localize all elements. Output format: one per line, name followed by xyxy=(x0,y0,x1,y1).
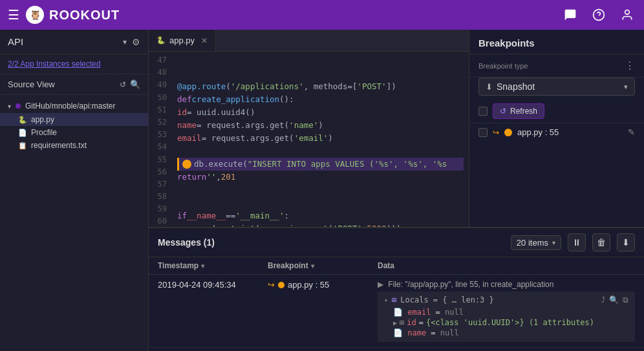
code-body: 47 48 49 50 51 52 53 54 55 56 57 58 59 6… xyxy=(149,52,469,227)
bp-snapshot-chevron-icon: ▾ xyxy=(624,83,628,91)
sidebar-instances-link[interactable]: 2/2 App Instances selected xyxy=(0,54,148,74)
locals-search-icon[interactable]: 🔍 xyxy=(609,295,619,304)
code-line: email = request.args.get('email') xyxy=(177,132,464,145)
bp-panel-title: Breakpoints xyxy=(469,30,644,54)
messages-pause-button[interactable]: ⏸ xyxy=(568,233,586,251)
col-header-breakpoint[interactable]: Breakpoint ▾ xyxy=(268,261,371,270)
chat-icon[interactable] xyxy=(561,6,579,24)
code-line xyxy=(177,145,464,158)
code-line: name = request.args.get('name') xyxy=(177,119,464,132)
bp-snapshot-select[interactable]: ⬇ Snapshot ▾ xyxy=(478,78,635,96)
locals-header: ▾ ⊞ Locals = { … len:3 } ⤴ 🔍 ⧉ xyxy=(384,295,628,304)
file-tree-root: ▾ GitHub/mnoble/api:master xyxy=(0,99,148,113)
logo: 🦉 ROOKOUT xyxy=(26,6,120,24)
bp-item-row: ↪ app.py : 55 ✎ xyxy=(469,123,644,141)
msg-data: ▶ File: "/app/app.py", line 55, in creat… xyxy=(378,280,635,342)
sort-icon: ▾ xyxy=(311,262,314,270)
bp-item-label: app.py : 55 xyxy=(517,127,623,137)
locals-expand-icon[interactable]: ▾ xyxy=(384,297,388,304)
msg-breakpoint: ↪ app.py : 55 xyxy=(268,280,371,290)
sidebar-gear-icon[interactable]: ⚙ xyxy=(132,37,140,47)
bp-edit-icon[interactable]: ✎ xyxy=(628,127,635,137)
message-row: 2019-04-24 09:45:34 ↪ app.py : 55 ▶ File… xyxy=(149,275,644,348)
code-line-55: db.execute("INSERT INTO apps VALUES ('%s… xyxy=(177,158,464,171)
file-item-requirements[interactable]: 📋 requirements.txt xyxy=(0,139,148,152)
bp-snapshot-label: Snapshot xyxy=(497,81,620,92)
editor-area: 🐍 app.py ✕ 47 48 49 50 51 52 53 54 xyxy=(149,30,469,227)
tab-label: app.py xyxy=(169,36,195,45)
bp-item-checkbox[interactable] xyxy=(478,128,488,137)
file-item-procfile[interactable]: 📄 Procfile xyxy=(0,126,148,139)
messages-download-button[interactable]: ⬇ xyxy=(617,233,635,251)
msg-bp-arrow-icon: ↪ xyxy=(268,280,275,290)
code-line: @app.route('/applications', methods=['PO… xyxy=(177,80,464,93)
sidebar-source-label: Source View xyxy=(8,80,116,89)
locals-icon2: ⊞ xyxy=(392,295,396,304)
tab-file-icon: 🐍 xyxy=(156,36,166,45)
code-line xyxy=(177,197,464,209)
code-line: def create_application(): xyxy=(177,93,464,106)
menu-icon[interactable]: ☰ xyxy=(8,7,19,23)
bp-more-icon[interactable]: ⋮ xyxy=(625,59,635,72)
bp-snapshot-filter-icon: ⬇ xyxy=(486,82,493,92)
sidebar-search-icon[interactable]: 🔍 xyxy=(130,80,140,89)
breakpoint-dot xyxy=(182,160,191,169)
locals-title: Locals = { … len:3 } xyxy=(400,295,494,304)
file-item-apppy[interactable]: 🐍 app.py xyxy=(0,113,148,126)
tab-close-icon[interactable]: ✕ xyxy=(201,36,208,45)
col-header-timestamp[interactable]: Timestamp ▾ xyxy=(158,261,261,270)
bp-checkbox[interactable] xyxy=(478,107,488,116)
messages-title: Messages (1) xyxy=(158,237,504,248)
msg-expand-icon[interactable]: ▶ xyxy=(378,280,383,289)
local-expand-icon: ▶ xyxy=(393,319,397,326)
sidebar: API ▾ ⚙ 2/2 App Instances selected Sourc… xyxy=(0,30,149,351)
messages-count-select[interactable]: 20 items ▾ xyxy=(511,235,561,250)
code-line xyxy=(177,67,464,80)
locals-copy-icon[interactable]: ⧉ xyxy=(623,295,628,304)
help-icon[interactable] xyxy=(590,6,608,24)
code-lines: @app.route('/applications', methods=['PO… xyxy=(172,52,469,227)
svg-point-2 xyxy=(625,10,630,15)
local-item-name: 📄 name = null xyxy=(384,328,628,338)
logo-icon: 🦉 xyxy=(26,6,44,24)
main-layout: API ▾ ⚙ 2/2 App Instances selected Sourc… xyxy=(0,30,644,351)
sidebar-refresh-icon[interactable]: ↺ xyxy=(120,80,126,89)
sidebar-chevron-icon[interactable]: ▾ xyxy=(123,37,127,47)
local-item-id[interactable]: ▶ ⊞ id = {<class 'uuid.UUID'>} (1 attrib… xyxy=(384,317,628,328)
file-icon-py: 🐍 xyxy=(18,116,27,124)
messages-delete-button[interactable]: 🗑 xyxy=(592,233,610,251)
code-line xyxy=(177,184,464,197)
messages-count-label: 20 items xyxy=(517,238,548,248)
code-line: return '', 201 xyxy=(177,171,464,184)
file-tree: ▾ GitHub/mnoble/api:master 🐍 app.py 📄 Pr… xyxy=(0,95,148,156)
code-line: id = uuid.uuid4() xyxy=(177,106,464,119)
editor-tab-apppy[interactable]: 🐍 app.py ✕ xyxy=(149,30,216,51)
bp-refresh-button[interactable]: ↺ Refresh xyxy=(493,103,544,119)
sidebar-header: API ▾ ⚙ xyxy=(0,30,148,54)
msg-file-line: ▶ File: "/app/app.py", line 55, in creat… xyxy=(378,280,635,289)
file-icon-req: 📋 xyxy=(18,142,27,150)
user-icon[interactable] xyxy=(618,6,636,24)
col-header-data: Data xyxy=(378,261,635,270)
breakpoints-panel: Breakpoints Breakpoint type ⋮ ⬇ Snapshot… xyxy=(469,30,644,227)
navbar-icons xyxy=(561,6,636,24)
messages-col-headers: Timestamp ▾ Breakpoint ▾ Data xyxy=(149,257,644,275)
locals-share-icon[interactable]: ⤴ xyxy=(601,295,605,304)
code-line: if __name__ == '__main__': xyxy=(177,209,464,222)
msg-locals-block: ▾ ⊞ Locals = { … len:3 } ⤴ 🔍 ⧉ 📄 email =… xyxy=(378,292,635,342)
local-item-email: 📄 email = null xyxy=(384,307,628,317)
messages-panel: Messages (1) 20 items ▾ ⏸ 🗑 ⬇ Timestamp … xyxy=(149,227,644,351)
sidebar-source-view-row: Source View ↺ 🔍 xyxy=(0,74,148,95)
msg-bp-dot xyxy=(278,282,284,288)
bp-type-row: Breakpoint type ⋮ xyxy=(469,54,644,78)
code-line: app.run(port=int(os.environ.get('PORT', … xyxy=(177,222,464,227)
msg-timestamp: 2019-04-24 09:45:34 xyxy=(158,280,261,290)
editor-tabs: 🐍 app.py ✕ xyxy=(149,30,469,52)
bp-item-dot xyxy=(504,129,512,136)
bp-type-label: Breakpoint type xyxy=(478,62,619,70)
bp-refresh-row: ↺ Refresh xyxy=(469,100,644,123)
code-line xyxy=(177,54,464,67)
locals-actions: ⤴ 🔍 ⧉ xyxy=(601,295,628,304)
messages-header: Messages (1) 20 items ▾ ⏸ 🗑 ⬇ xyxy=(149,228,644,257)
messages-count-chevron-icon: ▾ xyxy=(552,239,555,246)
